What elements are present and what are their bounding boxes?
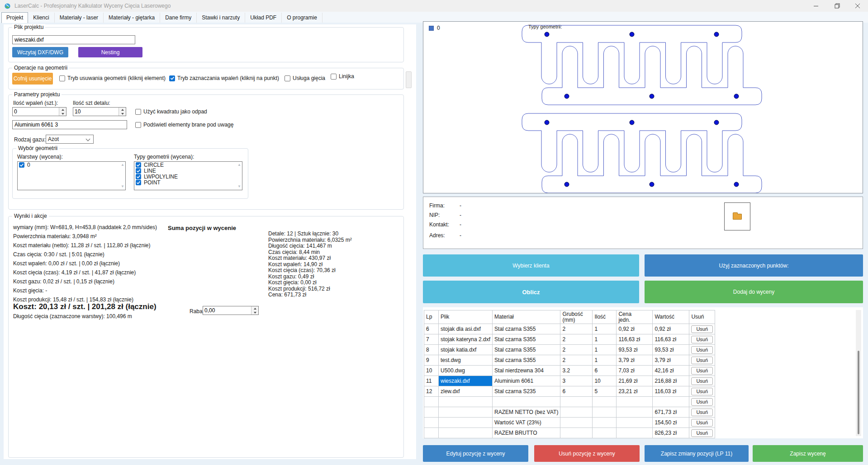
checkbox-pod-wietl-elementy-brane-pod-uwag[interactable] [135, 122, 141, 128]
geometry-preview-canvas[interactable]: 0 Typy geometrii: [423, 21, 863, 193]
material-input[interactable] [12, 120, 127, 129]
cell-ilosc[interactable] [593, 418, 617, 428]
client-logo-frame[interactable] [724, 202, 750, 230]
nesting-button[interactable]: Nesting [78, 47, 142, 57]
list-item-0[interactable]: 0 [18, 162, 125, 168]
cell-material[interactable]: Stal czarna S235 [493, 386, 560, 397]
checkbox-point[interactable] [136, 180, 141, 185]
cell-ilosc[interactable] [593, 397, 617, 407]
delete-row-button[interactable]: Usuń [691, 388, 713, 395]
pierce-point[interactable] [564, 182, 569, 187]
pierce-point[interactable] [714, 32, 719, 37]
minimize-button[interactable] [806, 0, 826, 12]
column-header-materia[interactable]: Materiał [493, 310, 560, 324]
cell-cena[interactable]: 7,03 zł [617, 366, 653, 376]
cell-cena[interactable] [617, 428, 653, 438]
column-header-usu[interactable]: Usuń [689, 310, 715, 324]
pierce-point[interactable] [630, 32, 634, 37]
cell-wartosc[interactable]: 116,63 zł [653, 334, 689, 345]
cell-grubosc[interactable]: 2 [560, 355, 593, 366]
geometry-types-listbox[interactable]: ▲ ▼ CIRCLELINELWPOLYLINEPOINT [134, 161, 242, 190]
detale-input[interactable] [73, 108, 118, 116]
cell-wartosc[interactable]: 154,50 zł [653, 418, 689, 428]
table-row[interactable]: RAZEM NETTO (bez VAT)671,73 złUsuń [424, 407, 715, 418]
table-row[interactable]: 12zlew.dxfStal czarna S2356523,21 zł116,… [424, 386, 715, 397]
scroll-down-icon[interactable]: ▼ [121, 185, 124, 188]
close-icon[interactable] [848, 0, 868, 12]
cell-plik[interactable]: wieszaki.dxf [439, 376, 493, 386]
cell-ilosc[interactable] [593, 428, 617, 438]
table-row[interactable]: 8stojak katia.dxfStal czarna S3552193,53… [424, 345, 715, 355]
list-item-line[interactable]: LINE [134, 168, 242, 174]
cell-cena[interactable] [617, 418, 653, 428]
cell-wartosc[interactable] [653, 397, 689, 407]
cell-wartosc[interactable]: 42,16 zł [653, 366, 689, 376]
cell-ilosc[interactable]: 1 [593, 324, 617, 334]
delete-row-button[interactable]: Usuń [691, 357, 713, 364]
table-row[interactable]: 11wieszaki.dxfAluminium 606131021,69 zł2… [424, 376, 715, 386]
cell-grubosc[interactable] [560, 407, 593, 418]
delete-row-button[interactable]: Usuń [691, 325, 713, 333]
checkbox-u-y-kwadratu-jako-odpad[interactable] [135, 109, 141, 115]
cell-cena[interactable]: 3,79 zł [617, 355, 653, 366]
table-row[interactable]: 9test.dwgStal czarna S355213,79 zł3,79 z… [424, 355, 715, 366]
tab-dane-firmy[interactable]: Dane firmy [160, 13, 197, 23]
cell-material[interactable] [493, 397, 560, 407]
column-header-lp[interactable]: Lp [424, 310, 439, 324]
cell-grubosc[interactable]: 3.2 [560, 366, 593, 376]
delete-row-button[interactable]: Usuń [691, 346, 713, 354]
spin-down-icon[interactable] [251, 310, 258, 315]
tab-stawki-i-narzuty[interactable]: Stawki i narzuty [197, 13, 245, 23]
cell-grubosc[interactable] [560, 397, 593, 407]
delete-quote-item-button[interactable]: Usuń pozycję z wyceny [534, 445, 640, 462]
scroll-down-icon[interactable]: ▼ [237, 185, 241, 188]
spin-down-icon[interactable] [119, 112, 126, 116]
cell-grubosc[interactable]: 2 [560, 345, 593, 355]
cell-cena[interactable]: 0,92 zł [617, 324, 653, 334]
checkbox-circle[interactable] [136, 162, 141, 168]
quote-table[interactable]: LpPlikMateriałGrubość (mm)IlośćCena jedn… [424, 310, 715, 438]
pierce-point[interactable] [545, 32, 549, 37]
cell-plik[interactable] [439, 428, 493, 438]
add-to-quote-button[interactable]: Dodaj do wyceny [645, 281, 863, 303]
edit-quote-item-button[interactable]: Edytuj pozycję z wyceny [423, 445, 528, 462]
cell-material[interactable]: Aluminium 6061 [493, 376, 560, 386]
cell-lp[interactable]: 7 [424, 334, 439, 345]
cell-cena[interactable] [617, 407, 653, 418]
cell-plik[interactable]: U500.dwg [439, 366, 493, 376]
cell-wartosc[interactable]: 116,03 zł [653, 386, 689, 397]
wpalenia-input[interactable] [13, 108, 58, 116]
scroll-up-icon[interactable]: ▲ [237, 163, 241, 167]
cell-lp[interactable] [424, 428, 439, 438]
discount-stepper[interactable] [203, 306, 259, 315]
cell-cena[interactable]: 23,21 zł [617, 386, 653, 397]
cell-cena[interactable]: 93,53 zł [617, 345, 653, 355]
cell-lp[interactable]: 8 [424, 345, 439, 355]
calculate-button[interactable]: Oblicz [423, 281, 639, 303]
spin-up-icon[interactable] [59, 108, 66, 112]
operations-scrollbar[interactable] [406, 71, 412, 88]
cell-material[interactable]: Wartość VAT (23%) [493, 418, 560, 428]
cell-plik[interactable]: test.dwg [439, 355, 493, 366]
gaz-select[interactable]: Azot [46, 135, 94, 144]
cell-grubosc[interactable]: 2 [560, 334, 593, 345]
cell-ilosc[interactable]: 1 [593, 355, 617, 366]
cell-wartosc[interactable]: 671,73 zł [653, 407, 689, 418]
delete-row-button[interactable]: Usuń [691, 377, 713, 385]
load-dxf-button[interactable]: Wczytaj DXF/DWG [12, 47, 68, 57]
spin-up-icon[interactable] [251, 306, 258, 310]
cell-ilosc[interactable]: 10 [593, 376, 617, 386]
checkbox-0[interactable] [19, 162, 24, 168]
pierce-point[interactable] [650, 94, 654, 99]
tab-materia-y-laser[interactable]: Materiały - laser [55, 13, 104, 23]
cell-ilosc[interactable]: 5 [593, 386, 617, 397]
cell-lp[interactable]: 10 [424, 366, 439, 376]
checkbox-lwpolyline[interactable] [136, 174, 141, 179]
cell-lp[interactable] [424, 407, 439, 418]
pierce-point[interactable] [734, 94, 739, 99]
cell-grubosc[interactable]: 3 [560, 376, 593, 386]
cell-grubosc[interactable] [560, 428, 593, 438]
select-client-button[interactable]: Wybierz klienta [423, 254, 639, 277]
cell-lp[interactable]: 11 [424, 376, 439, 386]
use-selected-points-button[interactable]: Użyj zaznaczonych punktów: [645, 254, 863, 277]
